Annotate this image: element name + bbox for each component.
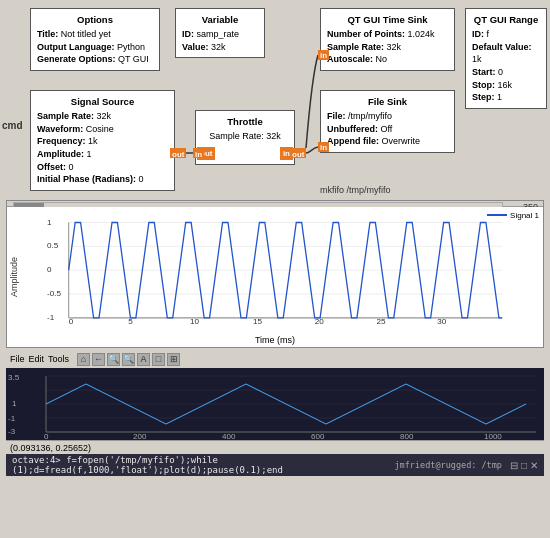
tools-menu[interactable]: Tools (48, 354, 69, 364)
svg-text:-1: -1 (8, 414, 16, 423)
svg-text:0.5: 0.5 (47, 241, 59, 250)
svg-text:400: 400 (222, 432, 236, 440)
file-menu[interactable]: File (10, 354, 25, 364)
octave-menu-bar[interactable]: File Edit Tools ⌂ ← 🔍 🔍 A □ ⊞ (6, 350, 544, 368)
svg-text:5: 5 (128, 317, 133, 325)
zoom-out-icon[interactable]: 🔍 (122, 353, 135, 366)
signal-waveform: Waveform: Cosine (37, 123, 168, 136)
svg-text:15: 15 (253, 317, 263, 325)
options-gen-field: Generate Options: QT GUI (37, 53, 153, 66)
signal-freq: Frequency: 1k (37, 135, 168, 148)
throttle-block[interactable]: Throttle Sample Rate: 32k out in (195, 110, 295, 165)
qt-time-points: Number of Points: 1.024k (327, 28, 448, 41)
octave-toolbar-icons[interactable]: ⌂ ← 🔍 🔍 A □ ⊞ (77, 353, 180, 366)
signal-offset: Offset: 0 (37, 161, 168, 174)
cmd-label: cmd (2, 120, 23, 131)
octave-area: File Edit Tools ⌂ ← 🔍 🔍 A □ ⊞ 3.5 1 (6, 350, 544, 454)
signal-phase: Initial Phase (Radians): 0 (37, 173, 168, 186)
qt-range-block[interactable]: QT GUI Range ID: f Default Value: 1k Sta… (465, 8, 547, 109)
terminal-icon-1[interactable]: ⊟ (510, 460, 518, 471)
flow-diagram: cmd Options Title: Not titled yet Output… (0, 0, 550, 200)
zoom-in-icon[interactable]: 🔍 (107, 353, 120, 366)
plot-legend: Signal 1 (487, 211, 539, 220)
qt-time-rate: Sample Rate: 32k (327, 41, 448, 54)
x-axis-label: Time (ms) (255, 335, 295, 345)
options-title-field: Title: Not titled yet (37, 28, 153, 41)
variable-val-field: Value: 32k (182, 41, 258, 54)
svg-text:600: 600 (311, 432, 325, 440)
filesink-unbuf: Unbuffered: Off (327, 123, 448, 136)
octave-status-bar: (0.093136, 0.25652) (6, 440, 544, 454)
svg-text:200: 200 (133, 432, 147, 440)
octave-plot: 3.5 1 -1 -3 0 200 400 600 800 1000 (6, 368, 544, 440)
svg-text:0: 0 (69, 317, 74, 325)
signal-rate: Sample Rate: 32k (37, 110, 168, 123)
svg-text:800: 800 (400, 432, 414, 440)
signal-amp: Amplitude: 1 (37, 148, 168, 161)
qt-range-title: QT GUI Range (472, 13, 540, 26)
qt-time-auto: Autoscale: No (327, 53, 448, 66)
signal-source-block[interactable]: Signal Source Sample Rate: 32k Waveform:… (30, 90, 175, 191)
options-title: Options (37, 13, 153, 26)
svg-text:10: 10 (190, 317, 200, 325)
legend-line (487, 214, 507, 216)
throttle-rate: Sample Rate: 32k (196, 130, 294, 143)
qt-range-id: ID: f (472, 28, 540, 41)
svg-text:1: 1 (47, 217, 52, 226)
svg-text:3.5: 3.5 (8, 373, 20, 382)
svg-text:1000: 1000 (484, 432, 502, 440)
svg-text:-3: -3 (8, 427, 16, 436)
options-block[interactable]: Options Title: Not titled yet Output Lan… (30, 8, 160, 71)
filesink-append: Append file: Overwrite (327, 135, 448, 148)
octave-coordinates: (0.093136, 0.25652) (10, 443, 91, 453)
throttle-title: Throttle (196, 115, 294, 128)
y-axis-label: Amplitude (9, 257, 19, 297)
terminal-bar[interactable]: octave:4> f=fopen('/tmp/myfifo');while (… (6, 454, 544, 476)
qt-range-default: Default Value: 1k (472, 41, 540, 66)
signal-plot-area: 350 Signal 1 Amplitude 1 0.5 0 -0.5 -1 0 (6, 200, 544, 348)
box-icon[interactable]: □ (152, 353, 165, 366)
svg-text:20: 20 (315, 317, 325, 325)
filesink-block[interactable]: File Sink File: /tmp/myfifo Unbuffered: … (320, 90, 455, 153)
options-lang-field: Output Language: Python (37, 41, 153, 54)
qt-range-step: Step: 1 (472, 91, 540, 104)
home-icon[interactable]: ⌂ (77, 353, 90, 366)
svg-text:1: 1 (12, 399, 17, 408)
terminal-command: octave:4> f=fopen('/tmp/myfifo');while (… (12, 455, 394, 475)
qt-time-block[interactable]: QT GUI Time Sink Number of Points: 1.024… (320, 8, 455, 71)
terminal-icon-3[interactable]: ✕ (530, 460, 538, 471)
qt-range-start: Start: 0 (472, 66, 540, 79)
filesink-title: File Sink (327, 95, 448, 108)
terminal-icon-2[interactable]: □ (521, 460, 527, 471)
svg-text:-1: -1 (47, 313, 55, 322)
text-icon[interactable]: A (137, 353, 150, 366)
jmfriedt-label: jmfriedt@rugged: /tmp (394, 460, 501, 470)
signal-svg: 1 0.5 0 -0.5 -1 0 5 10 15 20 25 30 (47, 215, 513, 325)
qt-time-title: QT GUI Time Sink (327, 13, 448, 26)
signal-title: Signal Source (37, 95, 168, 108)
octave-plot-svg: 3.5 1 -1 -3 0 200 400 600 800 1000 (6, 368, 544, 440)
svg-text:-0.5: -0.5 (47, 289, 61, 298)
qt-range-stop: Stop: 16k (472, 79, 540, 92)
variable-block[interactable]: Variable ID: samp_rate Value: 32k (175, 8, 265, 58)
throttle-out-port: out (197, 147, 215, 160)
svg-text:25: 25 (376, 317, 386, 325)
legend-label: Signal 1 (510, 211, 539, 220)
throttle-in-port: in (280, 147, 293, 160)
back-icon[interactable]: ← (92, 353, 105, 366)
variable-id-field: ID: samp_rate (182, 28, 258, 41)
grid-icon[interactable]: ⊞ (167, 353, 180, 366)
plot-canvas: Signal 1 Amplitude 1 0.5 0 -0.5 -1 0 5 1… (7, 207, 543, 347)
throttle-ports: out in (196, 147, 294, 160)
svg-text:30: 30 (437, 317, 447, 325)
mkfifo-label: mkfifo /tmp/myfifo (320, 185, 391, 195)
terminal-icons[interactable]: ⊟ □ ✕ (510, 460, 538, 471)
svg-text:0: 0 (47, 265, 52, 274)
edit-menu[interactable]: Edit (29, 354, 45, 364)
svg-text:0: 0 (44, 432, 49, 440)
filesink-file: File: /tmp/myfifo (327, 110, 448, 123)
variable-title: Variable (182, 13, 258, 26)
